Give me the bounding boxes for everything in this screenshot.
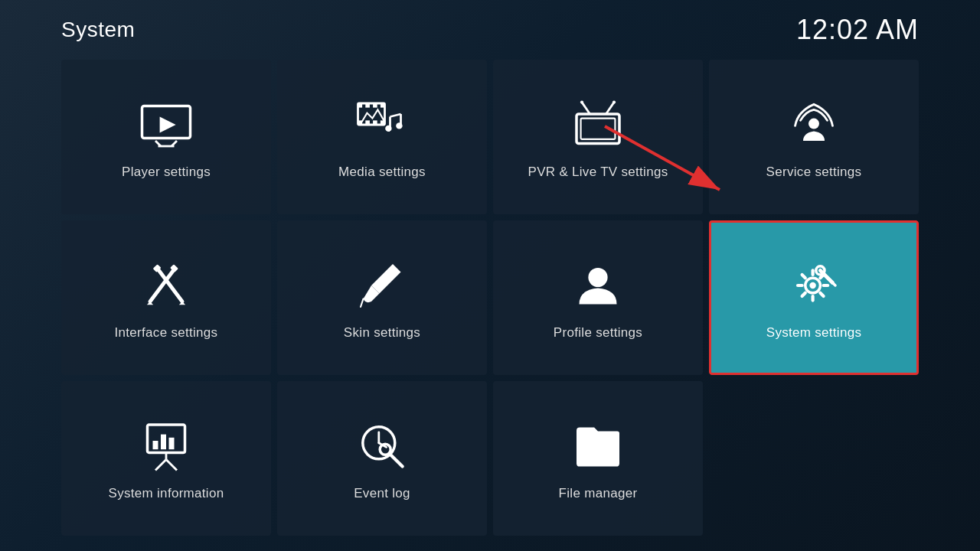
svg-line-32: [361, 299, 364, 308]
svg-rect-20: [581, 119, 616, 139]
service-settings-icon: [783, 94, 844, 155]
grid-item-service-settings[interactable]: Service settings: [709, 60, 919, 214]
grid-item-media-settings[interactable]: Media settings: [277, 60, 487, 214]
media-settings-icon: [351, 94, 413, 155]
svg-rect-6: [358, 103, 363, 108]
svg-line-22: [606, 103, 615, 114]
grid-item-skin-settings[interactable]: Skin settings: [277, 220, 487, 375]
system-information-icon: [136, 416, 197, 477]
player-settings-label: Player settings: [122, 165, 211, 180]
profile-settings-label: Profile settings: [554, 325, 642, 341]
svg-line-21: [582, 103, 590, 114]
service-settings-label: Service settings: [766, 165, 862, 180]
system-information-label: System information: [109, 486, 224, 501]
svg-line-57: [390, 455, 402, 466]
svg-point-23: [580, 101, 583, 104]
interface-settings-label: Interface settings: [115, 325, 218, 341]
clock: 12:02 AM: [796, 14, 919, 46]
grid-item-event-log[interactable]: Event log: [277, 381, 487, 536]
grid-item-profile-settings[interactable]: Profile settings: [493, 220, 703, 375]
svg-point-33: [588, 268, 607, 287]
skin-settings-label: Skin settings: [344, 325, 420, 341]
grid-item-system-information[interactable]: System information: [61, 381, 271, 536]
svg-marker-1: [160, 117, 176, 133]
grid-item-pvr-settings[interactable]: PVR & Live TV settings: [493, 60, 703, 214]
svg-line-40: [802, 275, 805, 278]
svg-rect-50: [169, 438, 175, 449]
player-settings-icon: [136, 94, 197, 155]
svg-marker-30: [179, 302, 185, 305]
skin-settings-icon: [351, 255, 413, 316]
svg-point-18: [396, 122, 402, 129]
svg-line-15: [390, 114, 401, 117]
file-manager-label: File manager: [559, 486, 638, 501]
pvr-settings-label: PVR & Live TV settings: [528, 165, 668, 180]
svg-point-24: [612, 101, 616, 104]
svg-rect-11: [365, 120, 370, 125]
svg-line-41: [820, 293, 823, 296]
grid-item-system-settings[interactable]: System settings: [709, 220, 919, 375]
system-settings-label: System settings: [766, 325, 862, 341]
header: System 12:02 AM: [0, 0, 980, 54]
system-settings-icon: [783, 255, 844, 316]
event-log-label: Event log: [354, 486, 410, 501]
svg-rect-48: [153, 441, 158, 449]
svg-rect-12: [373, 120, 377, 125]
svg-line-46: [831, 281, 835, 285]
grid-item-player-settings[interactable]: Player settings: [61, 60, 271, 214]
svg-line-52: [155, 460, 166, 471]
interface-settings-icon: [136, 255, 197, 316]
grid-item-interface-settings[interactable]: Interface settings: [61, 220, 271, 375]
pvr-settings-icon: [567, 94, 629, 155]
media-settings-label: Media settings: [338, 165, 426, 180]
event-log-icon: [351, 416, 413, 477]
svg-point-17: [385, 126, 391, 132]
svg-rect-7: [365, 103, 370, 108]
svg-point-35: [809, 282, 815, 289]
svg-marker-27: [147, 302, 153, 305]
svg-line-53: [166, 460, 177, 471]
svg-rect-8: [373, 103, 377, 108]
settings-grid: Player settings: [0, 54, 980, 551]
page-title: System: [61, 18, 135, 42]
svg-rect-49: [161, 435, 166, 450]
grid-item-empty: [709, 381, 919, 536]
svg-rect-9: [381, 103, 385, 108]
svg-point-25: [808, 119, 819, 129]
profile-settings-icon: [567, 255, 629, 316]
grid-item-file-manager[interactable]: File manager: [493, 381, 703, 536]
file-manager-icon: [567, 416, 629, 477]
svg-line-43: [802, 293, 805, 296]
